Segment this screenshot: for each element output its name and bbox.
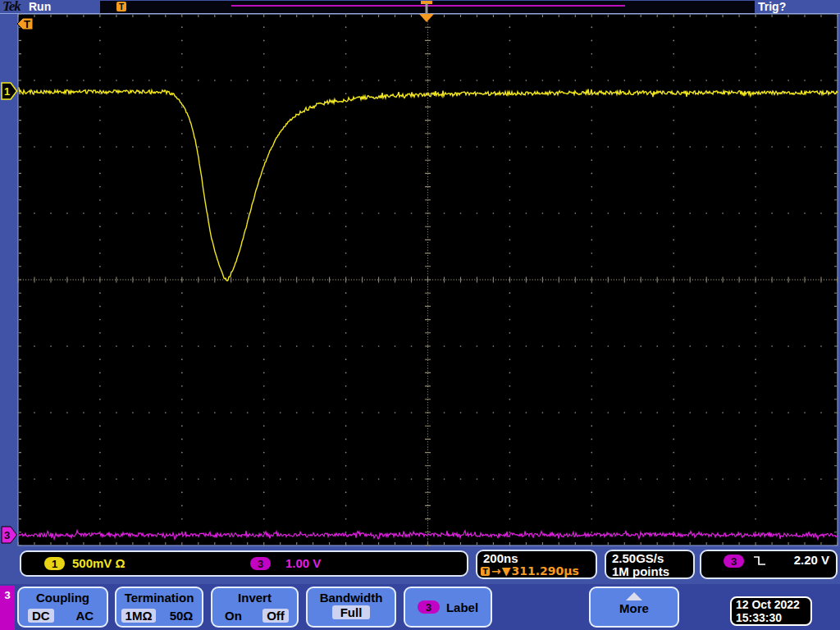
trigger-position-readout: T→▼311.290µs: [481, 564, 579, 578]
timebase-readout: 200ns: [483, 551, 518, 565]
timebase-readout-box: 200ns T→▼311.290µs: [476, 550, 597, 579]
channel-readout-box: 1 500mV Ω 3 1.00 V: [20, 550, 468, 577]
label-button[interactable]: 3 Label: [404, 587, 492, 628]
ch3-scale-readout: 1.00 V: [285, 556, 321, 570]
termination-option-50[interactable]: 50Ω: [166, 609, 198, 623]
waveform-display: T 1 3: [0, 0, 840, 546]
bandwidth-button[interactable]: Bandwidth Full: [306, 587, 396, 628]
more-title: More: [591, 601, 678, 615]
sample-rate-readout: 2.50GS/s: [612, 551, 664, 565]
status-readout-bar: 1 500mV Ω 3 1.00 V 200ns T→▼311.290µs 2.…: [0, 546, 840, 584]
ch3-marker-label: 3: [4, 529, 10, 541]
datetime-display: 12 Oct 2022 15:33:30: [730, 596, 812, 626]
invert-option-on[interactable]: On: [221, 609, 246, 623]
coupling-title: Coupling: [19, 591, 107, 605]
coupling-option-ac[interactable]: AC: [71, 609, 98, 623]
trigger-level-label: T: [24, 18, 30, 30]
date-text: 12 Oct 2022: [736, 598, 806, 611]
bandwidth-title: Bandwidth: [308, 591, 395, 605]
ch1-badge: 1: [44, 557, 65, 570]
bottom-menu-bar: 3 Coupling DC AC Termination 1MΩ 50Ω Inv…: [0, 584, 840, 630]
invert-title: Invert: [212, 591, 297, 605]
arrow-right-icon: →: [491, 564, 501, 578]
invert-button[interactable]: Invert On Off: [211, 587, 299, 628]
coupling-button[interactable]: Coupling DC AC: [17, 587, 108, 628]
active-channel-tab: 3: [0, 586, 15, 630]
trigger-source-badge: 3: [724, 555, 744, 568]
coupling-option-dc[interactable]: DC: [28, 609, 54, 623]
time-text: 15:33:30: [736, 611, 806, 624]
termination-title: Termination: [116, 591, 202, 605]
ch1-scale-readout: 500mV Ω: [72, 556, 126, 570]
ch3-marker: 3: [2, 527, 17, 543]
termination-option-1m[interactable]: 1MΩ: [121, 609, 157, 623]
falling-edge-icon: [752, 555, 767, 568]
more-button[interactable]: More: [589, 587, 679, 628]
trigger-readout-box: 3 2.20 V: [700, 550, 838, 579]
label-channel-badge: 3: [418, 600, 440, 614]
termination-button[interactable]: Termination 1MΩ 50Ω: [115, 587, 203, 628]
ch3-badge: 3: [250, 557, 271, 570]
trigger-position-value: 311.290µs: [512, 564, 579, 578]
bandwidth-value[interactable]: Full: [332, 605, 370, 619]
more-up-triangle-icon: [626, 592, 642, 600]
ch1-marker-label: 1: [4, 85, 10, 98]
acquisition-readout-box: 2.50GS/s 1M points: [605, 550, 695, 579]
ch1-marker: 1: [2, 83, 17, 99]
trigger-t-icon: T: [481, 567, 490, 576]
record-length-readout: 1M points: [612, 564, 669, 578]
invert-option-off[interactable]: Off: [262, 609, 289, 623]
triangle-down-icon: ▼: [502, 564, 511, 578]
trigger-level-readout: 2.20 V: [794, 553, 829, 567]
label-title: Label: [446, 600, 478, 614]
oscilloscope-ui: Tek Run T Trig? T 1 3: [0, 0, 840, 630]
